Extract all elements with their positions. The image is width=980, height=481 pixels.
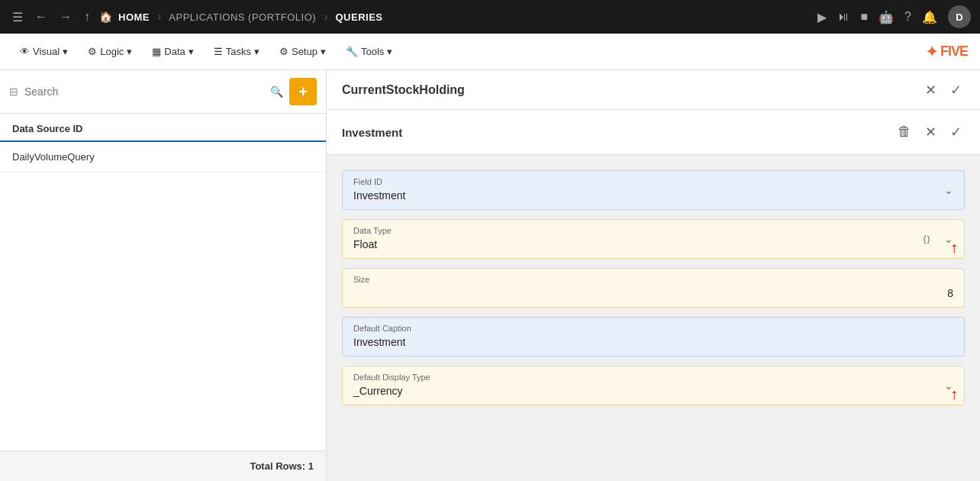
five-logo-text: FIVE (940, 44, 968, 60)
stop-icon[interactable]: ■ (860, 10, 868, 24)
toolbar-visual[interactable]: 👁 Visual ▾ (12, 41, 76, 62)
logic-icon: ⚙ (88, 46, 97, 57)
chevron-down-icon: ▾ (387, 46, 392, 57)
search-icon[interactable]: 🔍 (270, 86, 283, 98)
section-title: Investment (342, 126, 402, 139)
search-bar: ⊟ 🔍 + (0, 70, 326, 114)
size-field: Size 8 (342, 268, 965, 308)
top-navigation: ☰ ← → ↑ 🏠 HOME › APPLICATIONS (PORTFOLIO… (0, 0, 980, 34)
panel-header: CurrentStockHolding ✕ ✓ (327, 70, 980, 110)
chevron-down-icon: ▾ (63, 46, 68, 57)
toolbar-data[interactable]: ▦ Data ▾ (144, 41, 201, 62)
default-display-type-value: _Currency (353, 385, 953, 397)
five-logo: ✦ FIVE (925, 42, 968, 62)
delete-icon[interactable]: 🗑 (895, 121, 914, 144)
section-close-icon[interactable]: ✕ (922, 121, 940, 144)
section-header: Investment 🗑 ✕ ✓ (327, 110, 980, 155)
close-icon[interactable]: ✕ (922, 79, 940, 102)
eye-icon: 👁 (20, 46, 30, 57)
default-caption-value: Investment (353, 336, 953, 348)
data-type-red-arrow-icon: ↑ (950, 240, 958, 255)
top-nav-right: ▶ ⏯ ■ 🤖 ? 🔔 D (817, 5, 971, 28)
tools-icon: 🔧 (346, 46, 358, 57)
list-header: Data Source ID (0, 114, 326, 142)
field-id-value: Investment (353, 189, 953, 202)
size-label: Size (353, 275, 953, 284)
section-confirm-icon[interactable]: ✓ (947, 121, 965, 144)
toolbar-logic-label: Logic (100, 46, 124, 57)
tasks-icon: ☰ (214, 46, 223, 57)
up-icon[interactable]: ↑ (81, 7, 93, 27)
breadcrumb-home[interactable]: HOME (118, 11, 150, 23)
data-type-field: Data Type Float ⟨⟩ ⌄ ↑ (342, 219, 965, 259)
toolbar-setup[interactable]: ⚙ Setup ▾ (272, 41, 334, 62)
menu-icon[interactable]: ☰ (9, 7, 26, 27)
bell-icon[interactable]: 🔔 (922, 10, 937, 24)
breadcrumb-separator-1: › (157, 10, 161, 24)
filter-icon[interactable]: ⊟ (9, 86, 18, 98)
content-area: Field ID Investment ⌄ Data Type Float ⟨⟩… (327, 155, 980, 421)
field-id-label: Field ID (353, 177, 953, 186)
five-star-icon: ✦ (925, 42, 939, 62)
breadcrumb-separator-2: › (324, 10, 327, 24)
list-item[interactable]: DailyVolumeQuery (0, 142, 326, 173)
field-id-chevron-icon[interactable]: ⌄ (944, 184, 953, 196)
default-caption-field: Default Caption Investment (342, 317, 965, 357)
code-icon[interactable]: ⟨⟩ (923, 234, 930, 245)
data-type-value: Float (353, 238, 953, 250)
setup-icon: ⚙ (279, 46, 289, 57)
add-button[interactable]: + (289, 78, 317, 105)
toolbar-logic[interactable]: ⚙ Logic ▾ (80, 41, 140, 62)
default-caption-label: Default Caption (353, 324, 953, 333)
main-area: ⊟ 🔍 + Data Source ID DailyVolumeQuery To… (0, 70, 980, 481)
toolbar-setup-label: Setup (292, 46, 318, 57)
default-display-type-red-arrow-icon: ↑ (950, 386, 958, 402)
right-panel: CurrentStockHolding ✕ ✓ Investment 🗑 ✕ ✓… (327, 70, 980, 481)
back-icon[interactable]: ← (32, 7, 50, 27)
play-icon[interactable]: ▶ (817, 10, 827, 24)
chevron-down-icon: ▾ (321, 46, 326, 57)
toolbar-data-label: Data (164, 46, 185, 57)
field-id-field: Field ID Investment ⌄ (342, 170, 965, 210)
default-display-type-label: Default Display Type (353, 373, 953, 382)
toolbar-tasks-label: Tasks (226, 46, 251, 57)
panel-title: CurrentStockHolding (342, 83, 465, 97)
home-icon[interactable]: 🏠 (99, 11, 112, 23)
default-display-type-field: Default Display Type _Currency ⌄ ↑ (342, 366, 965, 405)
breadcrumb-queries[interactable]: QUERIES (335, 11, 382, 23)
data-icon: ▦ (152, 46, 161, 57)
forward-icon[interactable]: → (56, 7, 75, 27)
section-header-actions: 🗑 ✕ ✓ (895, 121, 965, 144)
chevron-down-icon: ▾ (254, 46, 260, 57)
search-input[interactable] (24, 86, 264, 98)
help-icon[interactable]: ? (904, 10, 911, 24)
breadcrumb-applications[interactable]: APPLICATIONS (PORTFOLIO) (169, 11, 316, 23)
chevron-down-icon: ▾ (127, 46, 132, 57)
toolbar-tools-label: Tools (361, 46, 384, 57)
toolbar-visual-label: Visual (33, 46, 60, 57)
data-type-label: Data Type (353, 226, 953, 235)
toolbar-tasks[interactable]: ☰ Tasks ▾ (206, 41, 267, 62)
robot-icon[interactable]: 🤖 (878, 10, 894, 24)
main-toolbar: 👁 Visual ▾ ⚙ Logic ▾ ▦ Data ▾ ☰ Tasks ▾ … (0, 34, 980, 70)
user-avatar[interactable]: D (948, 5, 971, 28)
chevron-down-icon: ▾ (189, 46, 194, 57)
left-panel: ⊟ 🔍 + Data Source ID DailyVolumeQuery To… (0, 70, 327, 481)
confirm-icon[interactable]: ✓ (947, 79, 965, 102)
total-rows: Total Rows: 1 (0, 450, 326, 481)
size-value: 8 (353, 287, 953, 299)
toolbar-tools[interactable]: 🔧 Tools ▾ (338, 41, 400, 62)
panel-header-actions: ✕ ✓ (922, 79, 965, 102)
search-nav-icon[interactable]: ⏯ (837, 10, 849, 24)
